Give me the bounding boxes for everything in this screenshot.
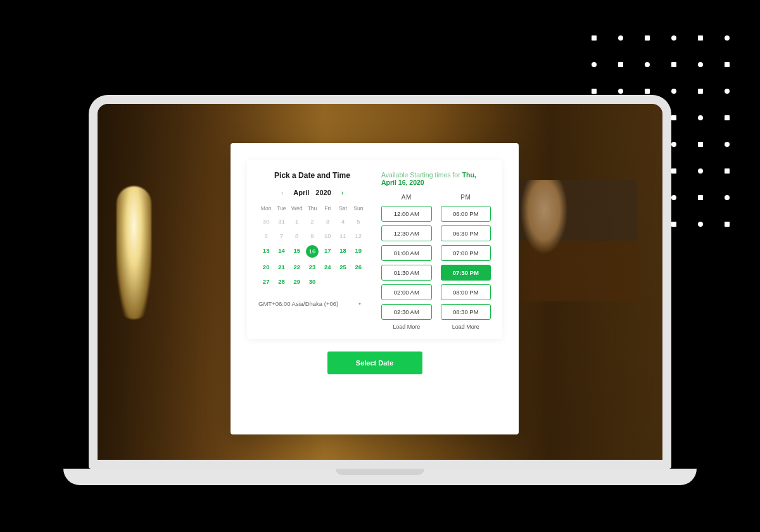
calendar-day-disabled: 3: [320, 214, 335, 229]
calendar-day-available[interactable]: 23: [305, 260, 320, 274]
load-more-pm[interactable]: Load More: [441, 324, 491, 330]
calendar-day-disabled: 10: [320, 229, 335, 243]
am-label: AM: [381, 194, 432, 201]
calendar-dow: Sat: [335, 203, 350, 214]
timeslot[interactable]: 01:00 AM: [381, 245, 432, 261]
calendar-day-disabled: 9: [305, 229, 320, 243]
calendar-day-available[interactable]: 29: [289, 274, 305, 289]
calendar-dow: Wed: [289, 203, 305, 214]
calendar-day-disabled: 1: [289, 214, 305, 229]
calendar-day-available[interactable]: 22: [289, 260, 305, 274]
calendar-day-disabled: 30: [258, 214, 274, 229]
timeslot[interactable]: 08:00 PM: [441, 284, 491, 300]
booking-card-inner: Pick a Date and Time ‹ April 2020 › MonT…: [247, 160, 502, 339]
calendar-dow: Sun: [351, 203, 366, 214]
card-title: Pick a Date and Time: [258, 171, 366, 180]
calendar-panel: Pick a Date and Time ‹ April 2020 › MonT…: [258, 171, 366, 330]
pm-label: PM: [441, 194, 491, 201]
calendar-day-disabled: 7: [274, 229, 289, 243]
background-barber: [504, 180, 637, 383]
timezone-select[interactable]: GMT+06:00 Asia/Dhaka (+06) ▾: [258, 300, 366, 307]
calendar-day-available[interactable]: 24: [320, 260, 335, 274]
background-lamp: [117, 186, 151, 319]
timeslots-panel: Available Starting times for Thu, April …: [381, 171, 491, 330]
calendar-month: April: [293, 189, 309, 196]
calendar-dow: Mon: [258, 203, 274, 214]
calendar-day-disabled: 5: [351, 214, 366, 229]
chevron-left-icon[interactable]: ‹: [277, 189, 287, 196]
calendar-day-disabled: [320, 274, 335, 289]
calendar-day-available[interactable]: 20: [258, 260, 274, 274]
calendar-day-available[interactable]: 18: [335, 243, 350, 260]
calendar-day-disabled: 4: [335, 214, 350, 229]
calendar-grid: 3031123456789101112131415161718192021222…: [258, 214, 366, 289]
calendar-day-available[interactable]: 13: [258, 243, 274, 260]
laptop-bezel: Pick a Date and Time ‹ April 2020 › MonT…: [89, 95, 671, 469]
available-heading: Available Starting times for Thu, April …: [381, 171, 491, 186]
calendar-day-disabled: 11: [335, 229, 350, 243]
timeslot[interactable]: 07:00 PM: [441, 245, 491, 261]
calendar-day-disabled: 2: [305, 214, 320, 229]
timeslot[interactable]: 02:30 AM: [381, 304, 432, 320]
laptop-screen: Pick a Date and Time ‹ April 2020 › MonT…: [98, 104, 662, 460]
calendar-day-disabled: [335, 274, 350, 289]
calendar-day-available[interactable]: 14: [274, 243, 289, 260]
calendar-day-available[interactable]: 21: [274, 260, 289, 274]
timeslot-selected[interactable]: 07:30 PM: [441, 265, 491, 281]
calendar-day-disabled: 6: [258, 229, 274, 243]
month-switcher: ‹ April 2020 ›: [258, 189, 366, 196]
booking-card: Pick a Date and Time ‹ April 2020 › MonT…: [231, 143, 519, 434]
calendar-dow: Fri: [320, 203, 335, 214]
calendar-day-available[interactable]: 26: [351, 260, 366, 274]
laptop-base: [63, 469, 697, 485]
timeslot[interactable]: 06:00 PM: [441, 206, 491, 222]
laptop-mockup: Pick a Date and Time ‹ April 2020 › MonT…: [89, 95, 671, 485]
calendar-day-available[interactable]: 30: [305, 274, 320, 289]
calendar-day-selected[interactable]: 16: [306, 245, 319, 258]
timeslot[interactable]: 02:00 AM: [381, 284, 432, 300]
calendar-dow: Thu: [305, 203, 320, 214]
calendar-dow: Tue: [274, 203, 289, 214]
calendar-day-available[interactable]: 17: [320, 243, 335, 260]
timeslot[interactable]: 06:30 PM: [441, 225, 491, 241]
timeslot[interactable]: 12:00 AM: [381, 206, 432, 222]
am-column: AM 12:00 AM12:30 AM01:00 AM01:30 AM02:00…: [381, 194, 432, 330]
select-date-button[interactable]: Select Date: [327, 352, 422, 374]
timeslot[interactable]: 01:30 AM: [381, 265, 432, 281]
calendar-day-available[interactable]: 28: [274, 274, 289, 289]
calendar-dow-row: MonTueWedThuFriSatSun: [258, 203, 366, 214]
pm-column: PM 06:00 PM06:30 PM07:00 PM07:30 PM08:00…: [441, 194, 491, 330]
calendar-day-available[interactable]: 25: [335, 260, 350, 274]
timeslot[interactable]: 08:30 PM: [441, 304, 491, 320]
timeslot[interactable]: 12:30 AM: [381, 225, 432, 241]
calendar-day-available[interactable]: 19: [351, 243, 366, 260]
timezone-label: GMT+06:00 Asia/Dhaka (+06): [258, 300, 338, 307]
calendar-day-disabled: 12: [351, 229, 366, 243]
calendar-day-disabled: 31: [274, 214, 289, 229]
calendar-year: 2020: [315, 189, 331, 196]
calendar-day-available[interactable]: 27: [258, 274, 274, 289]
load-more-am[interactable]: Load More: [381, 324, 432, 330]
calendar-day-disabled: [351, 274, 366, 289]
chevron-right-icon[interactable]: ›: [338, 189, 347, 196]
calendar-day-disabled: 8: [289, 229, 305, 243]
calendar-day-available[interactable]: 15: [289, 243, 305, 260]
chevron-down-icon: ▾: [358, 301, 361, 307]
available-prefix: Available Starting times for: [381, 171, 462, 179]
